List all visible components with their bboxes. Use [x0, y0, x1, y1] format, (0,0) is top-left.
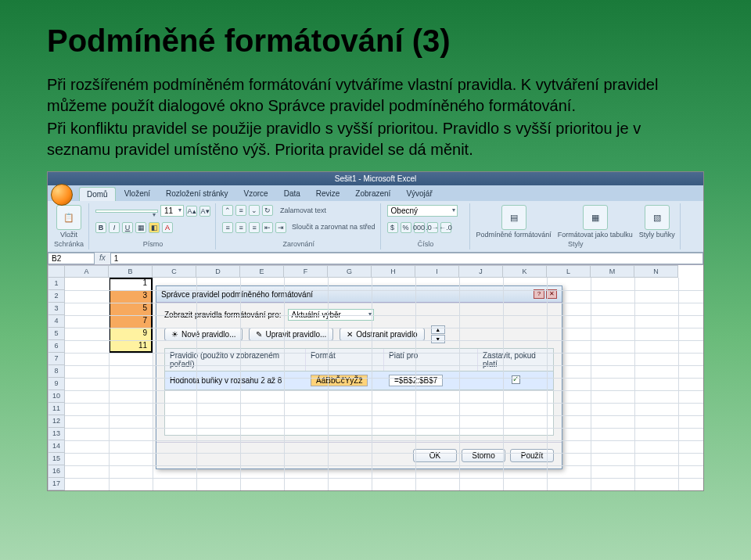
delete-rule-label: Odstranit pravidlo [356, 330, 417, 339]
paste-label: Vložit [60, 232, 77, 239]
indent-dec-icon[interactable]: ⇤ [262, 222, 273, 233]
col-header[interactable]: K [503, 265, 547, 278]
col-header[interactable]: L [547, 265, 591, 278]
fx-icon[interactable]: fx [95, 253, 110, 264]
format-preview: ÁáBbČčYyŽž [311, 375, 368, 386]
align-bot-icon[interactable]: ⌄ [249, 205, 260, 216]
office-button-icon[interactable] [51, 184, 73, 206]
col-header[interactable]: M [591, 265, 634, 278]
cell-styles-button[interactable]: ▧ Styly buňky [639, 205, 675, 239]
group-font: 11 A▴ A▾ B I U ▦ ◧ A Písmo [92, 203, 216, 249]
styles-caption: Styly [476, 240, 675, 248]
select-all-corner[interactable] [48, 265, 65, 278]
number-format-combo[interactable]: Obecný [387, 205, 458, 217]
merge-label[interactable]: Sloučit a zarovnat na střed [292, 224, 376, 231]
col-header[interactable]: J [459, 265, 503, 278]
tab-review[interactable]: Revize [309, 187, 347, 201]
row-header[interactable]: 14 [48, 440, 65, 453]
row-header[interactable]: 3 [48, 303, 65, 315]
group-clipboard: 📋 Vložit Schránka [51, 203, 89, 249]
cells-area[interactable]: Správce pravidel podmíněného formátování… [65, 278, 703, 490]
tab-view[interactable]: Zobrazení [348, 187, 397, 201]
comma-icon[interactable]: 000 [414, 222, 425, 233]
bold-icon[interactable]: B [95, 222, 106, 233]
cell-value: 11 [109, 341, 149, 350]
dec-decimal-icon[interactable]: ←.0 [440, 222, 451, 233]
shrink-font-icon[interactable]: A▾ [199, 206, 210, 217]
paste-icon[interactable]: 📋 [56, 205, 81, 230]
row-header[interactable]: 17 [48, 478, 65, 490]
row-header[interactable]: 12 [48, 415, 65, 428]
slide-title: Podmíněné formátování (3) [47, 23, 704, 59]
font-name-combo[interactable] [95, 210, 158, 213]
align-right-icon[interactable]: ≡ [249, 222, 260, 233]
underline-icon[interactable]: U [122, 222, 133, 233]
row-header[interactable]: 5 [48, 328, 65, 340]
align-left-icon[interactable]: ≡ [222, 222, 233, 233]
cond-format-button[interactable]: ▤ Podmíněné formátování [476, 205, 552, 239]
col-header[interactable]: B [109, 265, 153, 278]
col-header[interactable]: I [415, 265, 459, 278]
row-header[interactable]: 8 [48, 365, 65, 378]
row-header[interactable]: 15 [48, 453, 65, 465]
col-header[interactable]: C [153, 265, 196, 278]
tab-data[interactable]: Data [277, 187, 307, 201]
row-header[interactable]: 7 [48, 353, 65, 365]
tab-pagelayout[interactable]: Rozložení stránky [159, 187, 235, 201]
orientation-icon[interactable]: ↻ [262, 205, 273, 216]
row-header[interactable]: 1 [48, 278, 65, 290]
inc-decimal-icon[interactable]: .0→ [427, 222, 438, 233]
group-number: Obecný $ % 000 .0→ ←.0 Číslo [384, 203, 470, 249]
align-mid-icon[interactable]: ≡ [235, 205, 246, 216]
font-color-icon[interactable]: A [162, 222, 173, 233]
move-down-icon[interactable]: ▼ [431, 335, 445, 343]
tab-formulas[interactable]: Vzorce [237, 187, 275, 201]
row-header[interactable]: 16 [48, 465, 65, 478]
formula-input[interactable]: 1 [110, 253, 703, 264]
row-header[interactable]: 11 [48, 403, 65, 415]
new-rule-button[interactable]: ☀Nové pravidlo... [164, 328, 243, 341]
move-up-icon[interactable]: ▲ [431, 325, 445, 334]
wrap-label[interactable]: Zalamovat text [280, 207, 326, 214]
currency-icon[interactable]: $ [387, 222, 398, 233]
cancel-button[interactable]: Storno [462, 449, 505, 462]
edit-rule-button[interactable]: ✎Upravit pravidlo... [249, 328, 333, 341]
row-header[interactable]: 9 [48, 378, 65, 390]
ok-button[interactable]: OK [413, 449, 457, 462]
delete-rule-button[interactable]: ✕Odstranit pravidlo [340, 328, 424, 341]
tab-developer[interactable]: Vývojář [399, 187, 439, 201]
col-header[interactable]: A [65, 265, 109, 278]
col-header[interactable]: G [328, 265, 372, 278]
col-header[interactable]: H [372, 265, 415, 278]
new-rule-label: Nové pravidlo... [181, 330, 235, 339]
name-box[interactable]: B2 [48, 253, 95, 264]
tab-insert[interactable]: Vložení [117, 187, 157, 201]
format-table-button[interactable]: ▦ Formátovat jako tabulku [558, 205, 633, 239]
col-header[interactable]: D [196, 265, 240, 278]
rule-row[interactable]: Hodnota buňky v rozsahu 2 až 8 ÁáBbČčYyŽ… [165, 372, 553, 389]
align-center-icon[interactable]: ≡ [235, 222, 246, 233]
col-header[interactable]: N [634, 265, 678, 278]
border-icon[interactable]: ▦ [135, 222, 146, 233]
row-header[interactable]: 4 [48, 315, 65, 328]
row-header[interactable]: 2 [48, 290, 65, 303]
indent-inc-icon[interactable]: ⇥ [275, 222, 286, 233]
row-header[interactable]: 13 [48, 428, 65, 440]
cell-value: 5 [109, 303, 149, 312]
percent-icon[interactable]: % [401, 222, 411, 233]
cell-value: 9 [109, 328, 149, 337]
col-header[interactable]: E [240, 265, 284, 278]
align-top-icon[interactable]: ⌃ [222, 205, 233, 216]
font-size-combo[interactable]: 11 [160, 205, 184, 217]
slide-paragraph-1: Při rozšířeném podmíněném formátování vy… [47, 74, 704, 117]
stop-if-true-checkbox[interactable] [512, 375, 520, 384]
col-header[interactable]: F [284, 265, 328, 278]
italic-icon[interactable]: I [109, 222, 120, 233]
grow-font-icon[interactable]: A▴ [186, 206, 197, 217]
tab-home[interactable]: Domů [79, 187, 116, 201]
row-header[interactable]: 10 [48, 390, 65, 403]
group-alignment: ⌃ ≡ ⌄ ↻ Zalamovat text ≡ ≡ ≡ ⇤ ⇥ Sloučit… [219, 203, 381, 249]
cell-value: 3 [109, 291, 149, 300]
row-header[interactable]: 6 [48, 340, 65, 353]
fill-color-icon[interactable]: ◧ [149, 222, 160, 233]
